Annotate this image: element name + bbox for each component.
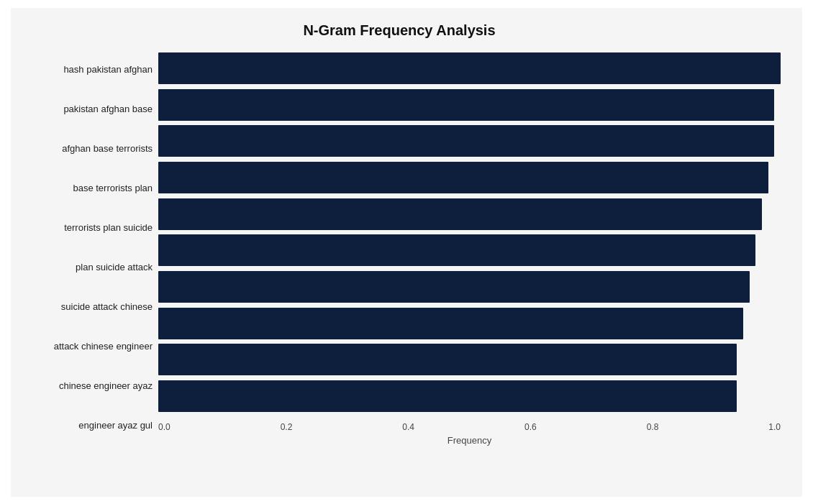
bar — [158, 89, 774, 121]
x-tick: 0.0 — [158, 422, 171, 432]
y-label: chinese engineer ayaz — [18, 380, 153, 392]
x-tick: 0.8 — [647, 422, 659, 432]
x-tick: 0.4 — [402, 422, 414, 432]
y-label: engineer ayaz gul — [18, 420, 153, 431]
bar-row — [158, 160, 781, 196]
bar-row — [158, 342, 781, 377]
bar-row — [158, 232, 781, 268]
y-label: hash pakistan afghan — [18, 64, 153, 75]
y-label: attack chinese engineer — [18, 341, 153, 352]
bar — [158, 198, 762, 230]
bar — [158, 234, 755, 266]
bar — [158, 344, 737, 375]
y-label: base terrorists plan — [18, 183, 153, 194]
bar — [158, 125, 774, 157]
x-bottom: 0.00.20.40.60.81.0 Frequency — [158, 418, 781, 446]
y-label: pakistan afghan base — [18, 104, 153, 115]
x-axis-label: Frequency — [158, 435, 781, 446]
bar-row — [158, 50, 781, 86]
bar-row — [158, 123, 781, 159]
bars-section: 0.00.20.40.60.81.0 Frequency — [158, 50, 781, 446]
y-label: suicide attack chinese — [18, 301, 153, 313]
x-axis: 0.00.20.40.60.81.0 — [158, 418, 781, 432]
y-label: plan suicide attack — [18, 262, 153, 273]
x-tick: 1.0 — [768, 422, 781, 432]
bar-row — [158, 269, 781, 305]
bar — [158, 52, 781, 84]
chart-title: N-Gram Frequency Analysis — [18, 22, 781, 39]
bar — [158, 271, 750, 303]
chart-container: N-Gram Frequency Analysis hash pakistan … — [11, 8, 802, 497]
bar — [158, 308, 743, 339]
x-tick: 0.2 — [281, 422, 293, 432]
y-label: afghan base terrorists — [18, 143, 153, 155]
bar-row — [158, 378, 781, 414]
y-label: terrorists plan suicide — [18, 222, 153, 234]
y-labels: hash pakistan afghanpakistan afghan base… — [18, 50, 158, 446]
bar-row — [158, 306, 781, 342]
bar-row — [158, 196, 781, 232]
x-tick: 0.6 — [524, 422, 537, 432]
bar-row — [158, 87, 781, 123]
bar — [158, 380, 737, 412]
bar — [158, 162, 768, 193]
chart-area: hash pakistan afghanpakistan afghan base… — [18, 50, 781, 446]
bars-wrapper — [158, 50, 781, 415]
